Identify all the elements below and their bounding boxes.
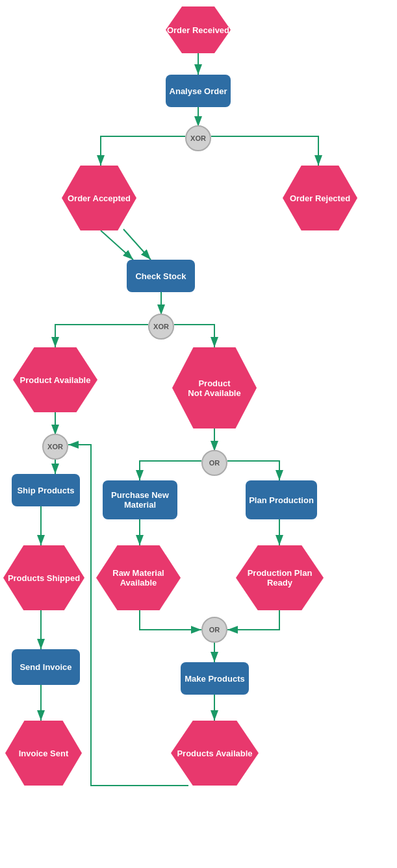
production-plan-ready-node: Production PlanReady [236, 545, 324, 610]
order-received-node: Order Received [166, 6, 231, 53]
order-rejected-node: Order Rejected [283, 166, 357, 230]
ship-products-node: Ship Products [12, 474, 80, 506]
products-shipped-node: Products Shipped [3, 545, 84, 610]
products-available-node: Products Available [171, 721, 259, 786]
make-products-node: Make Products [181, 662, 249, 695]
flowchart: Order Received Analyse Order XOR Order A… [0, 0, 397, 868]
analyse-order-node: Analyse Order [166, 75, 231, 107]
xor2-gateway: XOR [148, 314, 174, 340]
svg-line-4 [123, 229, 151, 260]
purchase-new-material-node: Purchase NewMaterial [103, 480, 177, 519]
product-available-node: Product Available [13, 347, 97, 412]
xor1-gateway: XOR [185, 125, 211, 151]
raw-material-available-node: Raw MaterialAvailable [96, 545, 181, 610]
send-invoice-node: Send Invoice [12, 649, 80, 685]
or1-gateway: OR [201, 450, 227, 476]
invoice-sent-node: Invoice Sent [5, 721, 82, 786]
check-stock-node: Check Stock [127, 260, 195, 292]
or2-gateway: OR [201, 617, 227, 643]
plan-production-node: Plan Production [246, 480, 317, 519]
svg-line-3 [101, 230, 133, 260]
product-not-available-node: ProductNot Available [172, 347, 257, 428]
xor3-gateway: XOR [42, 434, 68, 460]
order-accepted-node: Order Accepted [62, 166, 136, 230]
